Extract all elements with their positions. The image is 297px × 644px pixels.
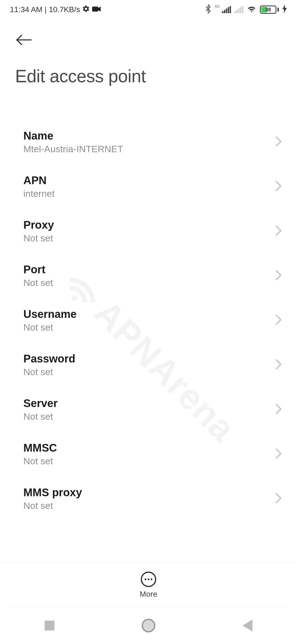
setting-value: Not set	[23, 367, 75, 377]
back-button[interactable]	[15, 30, 34, 50]
home-button[interactable]	[140, 617, 157, 634]
wifi-icon	[247, 5, 257, 15]
more-icon	[141, 572, 156, 587]
setting-row-apn[interactable]: APN internet	[0, 164, 297, 209]
chevron-right-icon	[275, 403, 282, 416]
status-right: 4G 38	[205, 4, 287, 15]
setting-row-mms-proxy[interactable]: MMS proxy Not set	[0, 476, 297, 521]
more-button[interactable]: More	[140, 572, 157, 599]
setting-value: Not set	[23, 277, 53, 288]
chevron-right-icon	[275, 448, 282, 460]
setting-label: Port	[23, 263, 53, 276]
setting-row-server[interactable]: Server Not set	[0, 387, 297, 432]
signal-sim1-icon	[222, 6, 231, 13]
chevron-right-icon	[275, 314, 282, 326]
chevron-right-icon	[275, 270, 282, 282]
recents-button[interactable]	[41, 617, 58, 634]
setting-label: Username	[23, 308, 76, 320]
net-speed-text: 10.7KB/s	[49, 5, 80, 14]
charging-icon	[282, 4, 287, 15]
setting-label: Server	[23, 397, 58, 410]
clock-text: 11:34 AM	[10, 5, 42, 14]
setting-label: Proxy	[23, 219, 54, 231]
setting-row-proxy[interactable]: Proxy Not set	[0, 209, 297, 253]
setting-value: Mtel-Austria-INTERNET	[23, 144, 123, 154]
setting-row-port[interactable]: Port Not set	[0, 253, 297, 298]
page-title: Edit access point	[15, 66, 282, 86]
setting-row-username[interactable]: Username Not set	[0, 298, 297, 343]
back-nav-button[interactable]	[239, 617, 256, 634]
app-header: Edit access point	[0, 19, 297, 89]
setting-label: APN	[23, 174, 54, 187]
battery-indicator: 38	[260, 6, 279, 14]
setting-value: Not set	[23, 411, 58, 422]
setting-label: MMSC	[23, 442, 57, 454]
battery-pct-text: 38	[261, 6, 276, 13]
setting-row-mmsc[interactable]: MMSC Not set	[0, 432, 297, 476]
setting-label: Name	[23, 130, 123, 142]
svg-rect-0	[92, 7, 98, 12]
options-bar: More	[0, 563, 297, 607]
setting-row-name[interactable]: Name Mtel-Austria-INTERNET	[0, 120, 297, 164]
setting-label: Password	[23, 353, 75, 365]
network-type-label: 4G	[215, 4, 220, 8]
setting-label: MMS proxy	[23, 486, 82, 499]
chevron-right-icon	[275, 359, 282, 371]
status-separator: |	[45, 5, 46, 14]
bluetooth-icon	[205, 4, 211, 15]
status-bar: 11:34 AM | 10.7KB/s 4G 38	[0, 0, 297, 19]
setting-value: Not set	[23, 322, 76, 333]
chevron-right-icon	[275, 225, 282, 237]
setting-value: internet	[23, 188, 54, 199]
more-label: More	[140, 590, 157, 599]
setting-value: Not set	[23, 233, 54, 244]
setting-row-password[interactable]: Password Not set	[0, 343, 297, 387]
chevron-right-icon	[275, 181, 282, 193]
chevron-right-icon	[275, 493, 282, 505]
setting-value: Not set	[23, 500, 82, 511]
settings-scroll-area[interactable]: Name Mtel-Austria-INTERNET APN internet …	[0, 95, 297, 563]
system-nav-bar	[0, 607, 297, 644]
chevron-right-icon	[275, 136, 282, 148]
camera-icon	[92, 6, 101, 14]
setting-value: Not set	[23, 456, 57, 466]
settings-list: Name Mtel-Austria-INTERNET APN internet …	[0, 95, 297, 521]
signal-sim2-icon	[234, 6, 243, 13]
status-left: 11:34 AM | 10.7KB/s	[10, 5, 101, 15]
settings-icon	[82, 5, 90, 15]
